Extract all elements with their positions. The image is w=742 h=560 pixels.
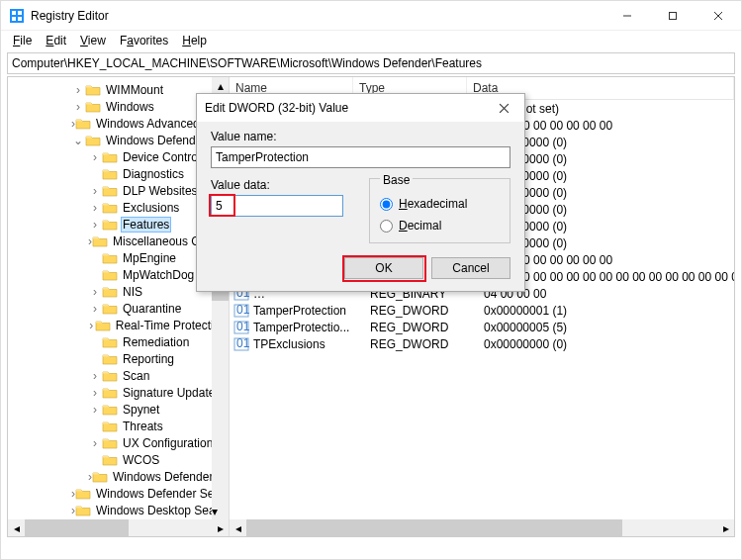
- menu-favorites[interactable]: Favorites: [114, 33, 174, 48]
- svg-rect-4: [18, 17, 22, 21]
- value-data-input[interactable]: [211, 195, 343, 217]
- value-data: 0x00000001 (1): [484, 304, 734, 318]
- dialog-close-button[interactable]: [491, 95, 516, 121]
- scroll-down-icon[interactable]: ▾: [212, 503, 218, 519]
- chevron-right-icon[interactable]: ›: [88, 150, 102, 164]
- tree-item[interactable]: Remediation: [8, 333, 229, 350]
- chevron-right-icon[interactable]: ›: [88, 302, 102, 316]
- chevron-right-icon[interactable]: ›: [88, 403, 102, 417]
- minimize-button[interactable]: [604, 1, 650, 31]
- scroll-up-icon[interactable]: ▴: [212, 77, 229, 94]
- tree-item[interactable]: ›Windows Defender Security Center: [8, 485, 229, 502]
- tree-item-label: Device Control: [121, 150, 203, 164]
- radio-decimal[interactable]: [380, 220, 393, 233]
- value-data: 0x00000005 (5): [484, 321, 734, 334]
- chevron-right-icon[interactable]: ›: [71, 83, 85, 97]
- value-name: TPExclusions: [253, 337, 370, 351]
- tree-item[interactable]: Reporting: [8, 350, 229, 367]
- tree-item-label: MpWatchDog: [121, 268, 196, 282]
- value-type: REG_DWORD: [370, 337, 484, 351]
- tree-item-label: Windows: [104, 100, 156, 114]
- value-data: 0x00000000 (0): [484, 337, 734, 351]
- tree-item-label: Threats: [121, 420, 165, 433]
- tree-item[interactable]: ›Spynet: [8, 401, 229, 418]
- scroll-left-icon[interactable]: ◂: [230, 519, 246, 536]
- close-icon: [499, 103, 510, 114]
- tree-item-label: Exclusions: [121, 201, 181, 215]
- value-name: TamperProtection: [253, 304, 370, 318]
- chevron-right-icon[interactable]: ›: [88, 386, 102, 400]
- scroll-left-icon[interactable]: ◂: [8, 519, 25, 536]
- svg-rect-1: [12, 11, 16, 15]
- menu-edit[interactable]: Edit: [40, 33, 72, 48]
- svg-text:011: 011: [236, 321, 249, 333]
- value-name-input[interactable]: [211, 146, 510, 168]
- radio-hexadecimal[interactable]: [380, 198, 393, 211]
- tree-item-label: Quarantine: [121, 302, 183, 316]
- menu-view[interactable]: View: [74, 33, 112, 48]
- chevron-right-icon[interactable]: ›: [88, 218, 102, 232]
- tree-item-label: Windows Desktop Search: [94, 504, 230, 517]
- tree-item[interactable]: ›UX Configuration: [8, 434, 229, 451]
- chevron-right-icon[interactable]: ›: [88, 319, 95, 332]
- tree-item-label: Remediation: [121, 335, 191, 349]
- svg-text:011: 011: [236, 304, 249, 317]
- tree-item[interactable]: WCOS: [8, 451, 229, 468]
- menu-file[interactable]: File: [7, 33, 38, 48]
- tree-item[interactable]: Threats: [8, 418, 229, 434]
- tree-item[interactable]: ›Signature Updates: [8, 384, 229, 401]
- tree-item-label: Reporting: [121, 352, 176, 366]
- list-row[interactable]: 011TPExclusionsREG_DWORD0x00000000 (0): [230, 335, 734, 352]
- ok-button[interactable]: OK: [344, 257, 423, 279]
- chevron-right-icon[interactable]: ›: [88, 201, 102, 215]
- cancel-button[interactable]: Cancel: [431, 257, 510, 279]
- dialog-title: Edit DWORD (32-bit) Value: [205, 101, 491, 115]
- chevron-down-icon[interactable]: ⌄: [71, 134, 85, 147]
- svg-rect-3: [12, 17, 16, 21]
- value-type: REG_DWORD: [370, 304, 484, 318]
- menubar: File Edit View Favorites Help: [1, 31, 741, 50]
- base-label: Base: [380, 173, 413, 187]
- tree-item[interactable]: ›Scan: [8, 367, 229, 384]
- svg-text:011: 011: [236, 337, 249, 350]
- tree-item-label: Signature Updates: [121, 386, 223, 400]
- tree-item-label: UX Configuration: [121, 436, 215, 450]
- window-title: Registry Editor: [31, 9, 109, 23]
- tree-item-label: WIMMount: [104, 83, 165, 97]
- menu-help[interactable]: Help: [176, 33, 213, 48]
- svg-rect-2: [18, 11, 22, 15]
- tree-item-label: Scan: [121, 369, 151, 383]
- svg-rect-6: [670, 12, 677, 19]
- address-bar[interactable]: Computer\HKEY_LOCAL_MACHINE\SOFTWARE\Mic…: [7, 52, 735, 74]
- scroll-right-icon[interactable]: ▸: [717, 519, 734, 536]
- tree-item-label: Features: [121, 217, 171, 233]
- edit-dword-dialog: Edit DWORD (32-bit) Value Value name: Va…: [196, 93, 525, 292]
- chevron-right-icon[interactable]: ›: [71, 100, 85, 114]
- value-type: REG_DWORD: [370, 321, 484, 334]
- chevron-right-icon[interactable]: ›: [88, 436, 102, 450]
- chevron-right-icon[interactable]: ›: [88, 369, 102, 383]
- dialog-titlebar[interactable]: Edit DWORD (32-bit) Value: [197, 94, 524, 122]
- list-horizontal-scrollbar[interactable]: ◂ ▸: [230, 519, 734, 536]
- tree-item-label: WCOS: [121, 453, 161, 467]
- cancel-label: Cancel: [452, 261, 489, 275]
- tree-item[interactable]: ›Quarantine: [8, 300, 229, 317]
- chevron-right-icon[interactable]: ›: [88, 184, 102, 198]
- list-row[interactable]: 011TamperProtectionREG_DWORD0x00000001 (…: [230, 302, 734, 319]
- chevron-right-icon[interactable]: ›: [88, 285, 102, 299]
- tree-item-label: MpEngine: [121, 251, 178, 265]
- tree-item-label: Windows Defender Security Center: [94, 487, 230, 501]
- tree-item[interactable]: ›Windows Defender Exploit Guard: [8, 468, 229, 485]
- dec-label: Decimal: [399, 219, 441, 233]
- scroll-right-icon[interactable]: ▸: [212, 519, 229, 536]
- maximize-button[interactable]: [650, 1, 696, 31]
- base-groupbox: Base Hexadecimal Decimal: [369, 178, 510, 243]
- tree-item-label: NIS: [121, 285, 144, 299]
- close-button[interactable]: [696, 1, 741, 31]
- tree-item-label: Spynet: [121, 403, 161, 417]
- tree-horizontal-scrollbar[interactable]: ◂ ▸: [8, 519, 229, 536]
- hex-label: Hexadecimal: [399, 197, 467, 211]
- tree-item[interactable]: ›Windows Desktop Search: [8, 502, 229, 518]
- tree-item[interactable]: ›Real-Time Protection: [8, 317, 229, 333]
- list-row[interactable]: 011TamperProtectio...REG_DWORD0x00000005…: [230, 319, 734, 335]
